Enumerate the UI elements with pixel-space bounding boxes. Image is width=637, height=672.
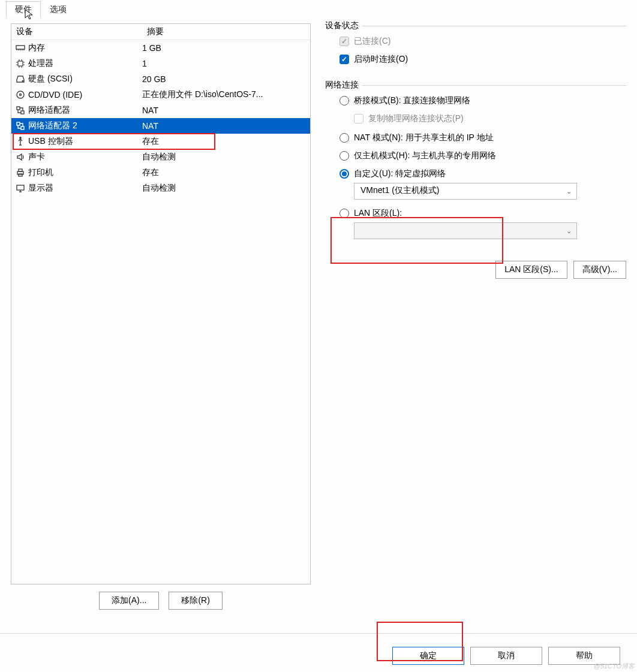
device-label: CD/DVD (IDE) xyxy=(27,90,142,100)
radio-bridge[interactable] xyxy=(339,96,349,106)
connect-on-start-label: 启动时连接(O) xyxy=(354,54,408,65)
chevron-down-icon: ⌄ xyxy=(566,188,572,195)
cd-icon xyxy=(14,89,27,100)
radio-host-only[interactable] xyxy=(339,151,349,161)
disk-icon xyxy=(14,74,27,85)
sound-icon xyxy=(14,152,27,162)
list-row-display[interactable]: 显示器 自动检测 xyxy=(11,180,310,196)
connect-on-start-checkbox[interactable]: ✓ xyxy=(339,55,349,64)
device-status-fieldset: 设备状态 ✓ 已连接(C) ✓ 启动时连接(O) xyxy=(325,26,626,73)
list-row-network2[interactable]: 网络适配器 2 NAT xyxy=(11,118,310,134)
col-header-device[interactable]: 设备 xyxy=(11,24,142,40)
list-row-usb[interactable]: USB 控制器 存在 xyxy=(11,134,310,149)
svg-rect-1 xyxy=(18,61,23,66)
svg-point-2 xyxy=(22,80,23,82)
device-summary: 正在使用文件 D:\iso\CentOS-7... xyxy=(142,89,310,100)
add-button[interactable]: 添加(A)... xyxy=(99,592,159,610)
svg-rect-0 xyxy=(16,46,25,49)
device-summary: 存在 xyxy=(142,167,310,178)
svg-rect-12 xyxy=(19,174,22,176)
col-header-summary[interactable]: 摘要 xyxy=(142,24,310,40)
device-label: 声卡 xyxy=(27,152,142,162)
device-label: 网络适配器 xyxy=(27,105,142,116)
replicate-checkbox xyxy=(354,114,363,123)
device-label: 打印机 xyxy=(27,167,142,178)
list-header: 设备 摘要 xyxy=(11,24,310,40)
device-summary: NAT xyxy=(142,106,310,115)
connected-checkbox: ✓ xyxy=(339,37,349,46)
list-row-network1[interactable]: 网络适配器 NAT xyxy=(11,103,310,118)
svg-rect-6 xyxy=(21,111,24,114)
radio-host-only-label: 仅主机模式(H): 与主机共享的专用网络 xyxy=(354,150,496,161)
svg-point-4 xyxy=(20,94,22,96)
cpu-icon xyxy=(14,58,27,69)
device-summary: 1 GB xyxy=(142,43,310,53)
list-row-cddvd[interactable]: CD/DVD (IDE) 正在使用文件 D:\iso\CentOS-7... xyxy=(11,87,310,103)
svg-rect-8 xyxy=(21,126,24,129)
connected-label: 已连接(C) xyxy=(354,36,390,47)
device-summary: 1 xyxy=(142,59,310,68)
svg-rect-7 xyxy=(17,122,20,125)
list-row-cpu[interactable]: 处理器 1 xyxy=(11,56,310,71)
tab-options[interactable]: 选项 xyxy=(41,1,76,17)
svg-rect-5 xyxy=(17,107,20,110)
device-summary: 自动检测 xyxy=(142,152,310,162)
memory-icon xyxy=(14,43,27,53)
watermark: @51CTO博客 xyxy=(594,662,635,671)
device-label: 内存 xyxy=(27,43,142,53)
ok-button[interactable]: 确定 xyxy=(392,647,464,665)
list-row-sound[interactable]: 声卡 自动检测 xyxy=(11,149,310,165)
device-list: 设备 摘要 内存 1 GB 处理器 1 硬盘 (SCSI) 20 GB CD/D… xyxy=(11,23,311,584)
usb-icon xyxy=(14,136,27,147)
device-label: USB 控制器 xyxy=(27,136,142,147)
list-row-memory[interactable]: 内存 1 GB xyxy=(11,40,310,56)
display-icon xyxy=(14,183,27,194)
list-row-disk[interactable]: 硬盘 (SCSI) 20 GB xyxy=(11,71,310,87)
radio-custom[interactable] xyxy=(339,169,349,179)
radio-custom-label: 自定义(U): 特定虚拟网络 xyxy=(354,168,446,179)
remove-button[interactable]: 移除(R) xyxy=(169,592,222,610)
device-label: 硬盘 (SCSI) xyxy=(27,74,142,85)
tab-hardware[interactable]: 硬件 xyxy=(6,1,41,17)
device-summary: 20 GB xyxy=(142,74,310,84)
radio-bridge-label: 桥接模式(B): 直接连接物理网络 xyxy=(354,95,470,106)
list-row-printer[interactable]: 打印机 存在 xyxy=(11,165,310,180)
advanced-button[interactable]: 高级(V)... xyxy=(573,261,626,279)
device-summary: 存在 xyxy=(142,136,310,147)
custom-network-select[interactable]: VMnet1 (仅主机模式) ⌄ xyxy=(354,183,577,200)
lan-segment-select: ⌄ xyxy=(354,222,577,239)
svg-rect-11 xyxy=(19,169,22,171)
svg-point-3 xyxy=(17,91,24,98)
select-value: VMnet1 (仅主机模式) xyxy=(360,185,439,195)
printer-icon xyxy=(14,167,27,178)
svg-point-9 xyxy=(20,137,21,138)
fieldset-legend: 网络连接 xyxy=(325,80,362,91)
fieldset-legend: 设备状态 xyxy=(325,20,362,31)
radio-nat[interactable] xyxy=(339,133,349,143)
divider xyxy=(0,633,637,634)
network-icon xyxy=(14,120,27,131)
chevron-down-icon: ⌄ xyxy=(566,227,572,235)
cancel-button[interactable]: 取消 xyxy=(470,647,542,665)
device-label: 网络适配器 2 xyxy=(27,120,142,131)
radio-nat-label: NAT 模式(N): 用于共享主机的 IP 地址 xyxy=(354,132,494,143)
replicate-label: 复制物理网络连接状态(P) xyxy=(368,113,464,124)
device-summary: 自动检测 xyxy=(142,183,310,194)
svg-rect-13 xyxy=(17,185,24,190)
device-summary: NAT xyxy=(142,121,310,131)
network-fieldset: 网络连接 桥接模式(B): 直接连接物理网络 复制物理网络连接状态(P) NAT… xyxy=(325,85,626,249)
network-icon xyxy=(14,105,27,116)
device-label: 处理器 xyxy=(27,58,142,69)
lan-segments-button[interactable]: LAN 区段(S)... xyxy=(495,261,567,279)
radio-lan-label: LAN 区段(L): xyxy=(354,208,402,219)
device-label: 显示器 xyxy=(27,183,142,194)
radio-lan[interactable] xyxy=(339,209,349,218)
